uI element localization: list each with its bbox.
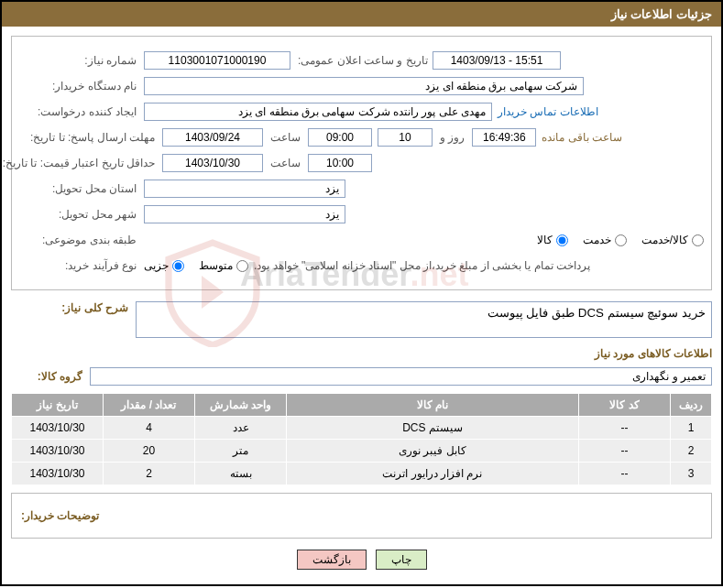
buyer-remarks-box: توضیحات خریدار: <box>11 493 712 539</box>
city-input[interactable] <box>144 205 345 223</box>
button-row: چاپ بازگشت <box>11 539 712 575</box>
content: AriaTender.net تاریخ و ساعت اعلان عمومی:… <box>2 27 721 584</box>
subject-cat-label: طبقه بندی موضوعی: <box>19 234 138 246</box>
need-no-input[interactable] <box>144 51 290 70</box>
cell-row: 2 <box>671 440 712 463</box>
cell-row: 1 <box>671 417 712 440</box>
cell-unit: بسته <box>195 463 287 485</box>
buyer-remarks-label: توضیحات خریدار: <box>21 509 99 522</box>
goods-group-input[interactable] <box>90 367 712 386</box>
requester-label: ایجاد کننده درخواست: <box>19 105 138 118</box>
cat-goods-option[interactable]: کالا <box>537 234 568 246</box>
items-info-title: اطلاعات کالاهای مورد نیاز <box>11 347 712 360</box>
cell-unit: عدد <box>195 417 287 440</box>
cell-code: -- <box>579 463 671 485</box>
province-label: استان محل تحویل: <box>19 182 138 195</box>
buyer-org-label: نام دستگاه خریدار: <box>19 80 138 93</box>
cell-unit: متر <box>195 440 287 463</box>
announce-label: تاریخ و ساعت اعلان عمومی: <box>296 54 430 67</box>
need-no-label: شماره نیاز: <box>19 54 138 67</box>
day-and-label: روز و <box>438 131 466 144</box>
reply-hour-input[interactable] <box>308 128 372 147</box>
th-row: ردیف <box>671 394 712 417</box>
contact-link[interactable]: اطلاعات تماس خریدار <box>498 105 598 118</box>
cell-row: 3 <box>671 463 712 485</box>
buy-note: پرداخت تمام یا بخشی از مبلغ خرید،از محل … <box>254 259 590 272</box>
table-row: 1--سیستم DCSعدد41403/10/30 <box>12 417 712 440</box>
cell-qty: 4 <box>104 417 195 440</box>
reply-date-input[interactable] <box>162 128 263 147</box>
details-fieldset: تاریخ و ساعت اعلان عمومی: شماره نیاز: نا… <box>11 36 712 290</box>
th-qty: تعداد / مقدار <box>104 394 195 417</box>
overall-desc-input[interactable] <box>136 301 712 338</box>
main-panel: جزئیات اطلاعات نیاز AriaTender.net تاریخ… <box>0 0 723 586</box>
cell-qty: 20 <box>104 440 195 463</box>
goods-group-label: گروه کالا: <box>11 370 84 383</box>
buy-type-radio-group: متوسط جزیی <box>144 259 248 272</box>
table-row: 3--نرم افزار درایور اترنتبسته21403/10/30 <box>12 463 712 485</box>
city-label: شهر محل تحویل: <box>19 208 138 221</box>
buyer-org-input[interactable] <box>144 77 584 95</box>
buy-medium-option[interactable]: متوسط <box>199 259 248 272</box>
panel-title: جزئیات اطلاعات نیاز <box>2 2 721 27</box>
th-unit: واحد شمارش <box>195 394 287 417</box>
reply-deadline-label: مهلت ارسال پاسخ: تا تاریخ: <box>19 131 157 144</box>
category-radio-group: کالا/خدمت خدمت کالا <box>537 234 704 246</box>
cell-name: نرم افزار درایور اترنت <box>287 463 579 485</box>
th-code: کد کالا <box>579 394 671 417</box>
cell-need_date: 1403/10/30 <box>12 440 104 463</box>
cell-name: کابل فیبر نوری <box>287 440 579 463</box>
back-button[interactable]: بازگشت <box>297 550 367 570</box>
valid-hour-input[interactable] <box>308 154 372 172</box>
hour-label-2: ساعت <box>268 157 302 169</box>
buy-type-label: نوع فرآیند خرید: <box>19 259 138 272</box>
province-input[interactable] <box>144 180 345 198</box>
overall-desc-label: شرح کلی نیاز: <box>11 301 130 314</box>
cell-need_date: 1403/10/30 <box>12 463 104 485</box>
table-row: 2--کابل فیبر نوریمتر201403/10/30 <box>12 440 712 463</box>
remain-time-input <box>472 128 536 147</box>
items-table: ردیف کد کالا نام کالا واحد شمارش تعداد /… <box>11 393 712 485</box>
requester-input[interactable] <box>144 103 492 121</box>
hour-label-1: ساعت <box>268 131 302 144</box>
th-need-date: تاریخ نیاز <box>12 394 104 417</box>
announce-datetime-input[interactable] <box>433 51 561 70</box>
cell-code: -- <box>579 440 671 463</box>
cell-code: -- <box>579 417 671 440</box>
cell-qty: 2 <box>104 463 195 485</box>
valid-date-input[interactable] <box>162 154 263 172</box>
min-validity-label: حداقل تاریخ اعتبار قیمت: تا تاریخ: <box>19 157 157 169</box>
remaining-label: ساعت باقی مانده <box>542 131 622 144</box>
th-name: نام کالا <box>287 394 579 417</box>
print-button[interactable]: چاپ <box>376 550 427 570</box>
buy-partial-option[interactable]: جزیی <box>144 259 184 272</box>
cell-need_date: 1403/10/30 <box>12 417 104 440</box>
remain-days-input <box>378 128 433 147</box>
cell-name: سیستم DCS <box>287 417 579 440</box>
cat-service-option[interactable]: خدمت <box>583 234 627 246</box>
cat-both-option[interactable]: کالا/خدمت <box>641 234 704 246</box>
